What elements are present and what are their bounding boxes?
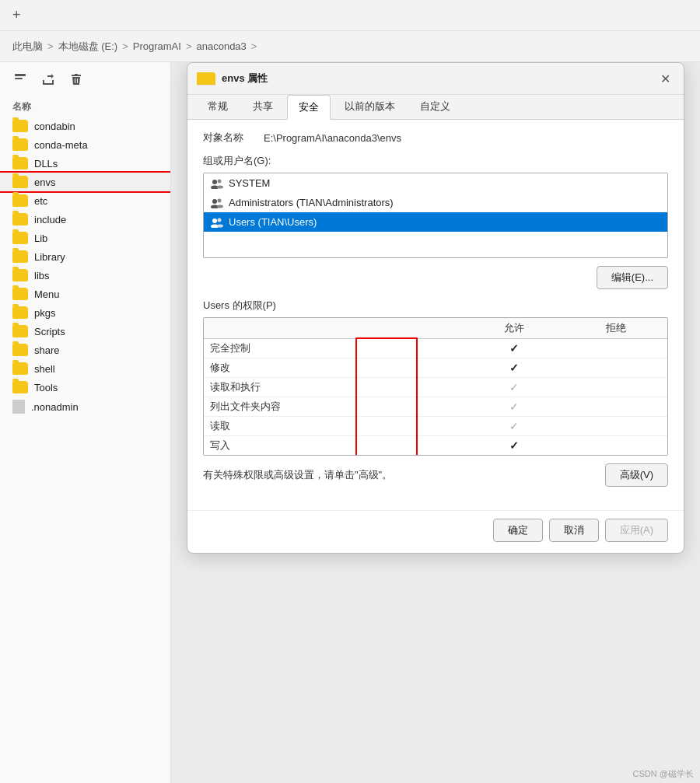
edit-button[interactable]: 编辑(E)... xyxy=(597,266,668,289)
sidebar-item-include[interactable]: include xyxy=(0,210,170,229)
breadcrumb-anaconda3[interactable]: anaconda3 xyxy=(196,40,246,52)
top-bar: + xyxy=(0,0,700,31)
new-tab-button[interactable]: + xyxy=(12,7,21,23)
tab-share[interactable]: 共享 xyxy=(242,95,284,120)
user-list-item-system[interactable]: SYSTEM xyxy=(204,173,667,193)
sidebar-item-label: Lib xyxy=(34,232,47,244)
breadcrumb-sep4: > xyxy=(251,40,257,52)
sidebar-item-share[interactable]: share xyxy=(0,341,170,359)
svg-point-2 xyxy=(212,180,217,184)
checkmark-gray: ✓ xyxy=(509,381,519,393)
sidebar-item-label: include xyxy=(34,214,66,225)
checkmark-gray: ✓ xyxy=(509,420,519,432)
sidebar-item-scripts[interactable]: Scripts xyxy=(0,322,170,341)
user-group-icon xyxy=(210,178,224,189)
sidebar-item-pkgs[interactable]: pkgs xyxy=(0,303,170,322)
perm-deny-header: 拒绝 xyxy=(565,318,667,339)
perm-deny-check[interactable] xyxy=(565,378,667,397)
sidebar-item-libs[interactable]: libs xyxy=(0,266,170,285)
tab-previous-versions[interactable]: 以前的版本 xyxy=(334,95,406,120)
permissions-table-wrapper: 允许 拒绝 完全控制 ✓ xyxy=(203,317,668,456)
perm-allow-check[interactable]: ✓ xyxy=(464,417,565,436)
breadcrumb-programai[interactable]: ProgramAI xyxy=(133,40,181,52)
dialog-footer: 确定 取消 应用(A) xyxy=(187,510,684,553)
tab-custom[interactable]: 自定义 xyxy=(409,95,461,120)
breadcrumb-sep2: > xyxy=(122,40,128,52)
edit-row: 编辑(E)... xyxy=(203,266,668,289)
perm-row-read-execute: 读取和执行 ✓ xyxy=(204,378,667,397)
perm-row-label: 写入 xyxy=(204,436,464,456)
sidebar-item-label: libs xyxy=(34,270,50,281)
breadcrumb-sep1: > xyxy=(47,40,54,52)
folder-icon xyxy=(12,325,28,337)
perm-deny-check[interactable] xyxy=(565,339,667,358)
folder-icon xyxy=(12,157,28,170)
folder-icon xyxy=(12,344,28,356)
sidebar-item-lib[interactable]: Lib xyxy=(0,229,170,247)
sidebar-item-envs[interactable]: envs xyxy=(0,173,170,191)
cancel-button[interactable]: 取消 xyxy=(549,519,599,542)
perm-row-list: 列出文件夹内容 ✓ xyxy=(204,397,667,417)
perm-deny-check[interactable] xyxy=(565,397,667,417)
sidebar-item-label: Tools xyxy=(34,382,58,393)
sidebar-item-library[interactable]: Library xyxy=(0,247,170,266)
perm-deny-check[interactable] xyxy=(565,358,667,378)
tab-general[interactable]: 常规 xyxy=(197,95,239,120)
sidebar-item-shell[interactable]: shell xyxy=(0,359,170,378)
share-icon[interactable] xyxy=(40,72,56,91)
sidebar-item-etc[interactable]: etc xyxy=(0,191,170,210)
perm-allow-check[interactable]: ✓ xyxy=(464,358,565,378)
folder-icon xyxy=(12,176,28,188)
perm-deny-check[interactable] xyxy=(565,436,667,456)
sidebar-item-label: shell xyxy=(34,363,55,375)
perm-allow-check[interactable]: ✓ xyxy=(464,397,565,417)
ok-button[interactable]: 确定 xyxy=(493,519,543,542)
main-layout: 名称 condabin conda-meta DLLs envs etc inc… xyxy=(0,62,700,783)
svg-point-5 xyxy=(217,185,223,188)
perm-row-label: 完全控制 xyxy=(204,339,464,358)
perm-allow-check[interactable]: ✓ xyxy=(464,378,565,397)
folder-icon xyxy=(12,138,28,151)
sidebar-item-conda-meta[interactable]: conda-meta xyxy=(0,135,170,154)
sidebar-item-condabin[interactable]: condabin xyxy=(0,117,170,135)
svg-rect-1 xyxy=(15,78,23,79)
perm-deny-check[interactable] xyxy=(565,417,667,436)
svg-point-4 xyxy=(218,179,222,183)
user-list[interactable]: SYSTEM Administrators (TIAN\Administrato… xyxy=(203,173,668,258)
sidebar-item-nonadmin[interactable]: .nonadmin xyxy=(0,397,170,417)
perm-row-modify: 修改 ✓ xyxy=(204,358,667,378)
sidebar-item-label: Scripts xyxy=(34,326,65,337)
sidebar-item-label: Library xyxy=(34,251,65,263)
user-group-icon xyxy=(210,217,224,228)
perm-allow-check[interactable]: ✓ xyxy=(464,339,565,358)
perm-allow-header: 允许 xyxy=(464,318,565,339)
breadcrumb: 此电脑 > 本地磁盘 (E:) > ProgramAI > anaconda3 … xyxy=(0,31,700,62)
sidebar-item-tools[interactable]: Tools xyxy=(0,378,170,397)
perm-row-label: 读取和执行 xyxy=(204,378,464,397)
folder-icon xyxy=(12,381,28,393)
dialog-backdrop: envs 属性 ✕ 常规 共享 安全 以前的版本 自定义 对象名称 E:\P xyxy=(171,62,700,783)
advanced-button[interactable]: 高级(V) xyxy=(605,463,668,487)
sidebar-item-menu[interactable]: Menu xyxy=(0,285,170,303)
tab-security[interactable]: 安全 xyxy=(287,95,331,120)
delete-icon[interactable] xyxy=(68,72,84,91)
sidebar-item-dlls[interactable]: DLLs xyxy=(0,154,170,173)
dialog-close-button[interactable]: ✕ xyxy=(656,69,674,88)
sidebar-item-label: etc xyxy=(34,195,47,207)
user-list-item-users[interactable]: Users (TIAN\Users) xyxy=(204,212,667,232)
rename-icon[interactable] xyxy=(12,72,28,91)
user-group-icon xyxy=(210,197,224,208)
sidebar-header: 名称 xyxy=(0,97,170,117)
apply-button[interactable]: 应用(A) xyxy=(605,519,668,542)
svg-rect-0 xyxy=(15,74,26,76)
perm-row-label: 读取 xyxy=(204,417,464,436)
breadcrumb-localdisk[interactable]: 本地磁盘 (E:) xyxy=(58,40,118,54)
user-list-item-label: SYSTEM xyxy=(229,177,270,189)
svg-point-12 xyxy=(218,218,222,222)
sidebar-item-label: conda-meta xyxy=(34,139,88,151)
breadcrumb-thispc[interactable]: 此电脑 xyxy=(12,40,43,54)
perm-allow-check[interactable]: ✓ xyxy=(464,436,565,456)
sidebar-item-label: pkgs xyxy=(34,307,55,319)
user-list-item-admins[interactable]: Administrators (TIAN\Administrators) xyxy=(204,193,667,212)
checkmark-gray: ✓ xyxy=(509,400,519,413)
